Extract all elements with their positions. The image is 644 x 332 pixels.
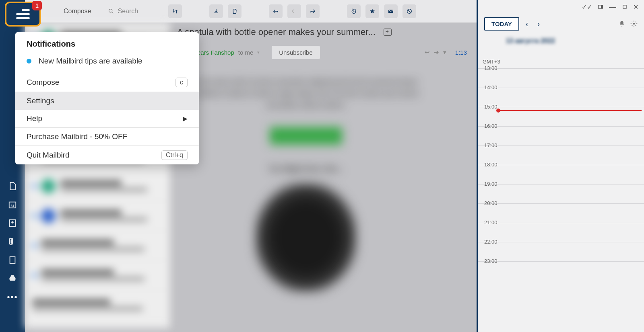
file-icon[interactable] [8, 182, 17, 191]
prev-day-button[interactable]: ‹ [523, 19, 531, 29]
calendar-date: 13 августа 2022 [478, 34, 644, 48]
forward-button[interactable] [306, 4, 320, 18]
recipient-label: to me [238, 49, 254, 56]
calendar-icon[interactable]: 31 [8, 200, 17, 209]
hour-label: 19:00 [484, 181, 497, 187]
notification-item[interactable]: New Mailbird tips are available [15, 53, 199, 73]
today-button[interactable]: TODAY [484, 17, 519, 31]
hour-label: 21:00 [484, 219, 497, 225]
calendar-hour-row[interactable]: 13:00 [478, 68, 644, 88]
contacts-icon[interactable] [8, 219, 17, 227]
svg-point-14 [633, 23, 635, 25]
snooze-button[interactable] [347, 4, 361, 18]
move-to-folder-icon[interactable] [384, 29, 392, 36]
hour-label: 13:00 [484, 65, 497, 71]
submenu-arrow-icon: ▶ [183, 115, 188, 122]
notification-text: New Mailbird tips are available [39, 57, 142, 66]
svg-point-5 [109, 9, 112, 12]
compose-button[interactable]: Compose [58, 6, 97, 16]
minimize-icon[interactable]: — [609, 3, 616, 11]
calendar-hour-row[interactable]: 14:00 [478, 88, 644, 107]
search-input[interactable]: Search [104, 5, 160, 17]
email-header: icago Bears Fanshop to me ▾ Unsubscribe … [177, 43, 467, 61]
calendar-hour-row[interactable]: 16:00 [478, 126, 644, 146]
calendar-hour-row[interactable]: 20:00 [478, 203, 644, 223]
hour-label: 15:00 [484, 104, 497, 110]
panel-toggle-icon[interactable] [598, 4, 603, 10]
calendar-hour-row[interactable]: 19:00 [478, 184, 644, 203]
close-icon[interactable]: ✕ [633, 3, 638, 11]
search-icon [108, 8, 114, 14]
more-icon[interactable]: ••• [7, 293, 18, 302]
search-placeholder: Search [118, 8, 138, 15]
email-body: Lorem ipsum dolor sit amet consectetur a… [177, 64, 435, 314]
menu-item-settings[interactable]: Settings [15, 92, 199, 110]
calendar-hour-row[interactable]: 21:00 [478, 223, 644, 242]
reply-button[interactable] [269, 4, 283, 18]
menu-item-label: Purchase Mailbird - 50% OFF [27, 132, 127, 141]
notification-dot-icon [27, 59, 31, 64]
hour-label: 20:00 [484, 200, 497, 206]
attachment-icon[interactable] [8, 237, 17, 246]
menu-item-purchase-mailbird-off[interactable]: Purchase Mailbird - 50% OFF [15, 128, 199, 146]
menu-shortcut: c [175, 78, 188, 87]
maximize-icon[interactable] [622, 4, 627, 10]
menu-item-quit-mailbird[interactable]: Quit MailbirdCtrl+q [15, 146, 199, 164]
gear-icon[interactable] [630, 20, 638, 27]
body-subheading: You Might Also Like... [268, 165, 343, 173]
hour-label: 17:00 [484, 142, 497, 148]
calendar-hour-row[interactable]: 22:00 [478, 242, 644, 261]
product-image [254, 181, 358, 294]
reply-all-button[interactable] [287, 4, 301, 18]
menu-shortcut: Ctrl+q [161, 150, 188, 160]
hamburger-button[interactable]: 1 [5, 2, 41, 27]
svg-rect-13 [623, 5, 626, 8]
svg-line-10 [408, 10, 411, 13]
calendar-header: TODAY ‹ › [478, 14, 644, 34]
calendar-grid[interactable]: 13:0014:0015:0016:0017:0018:0019:0020:00… [478, 68, 644, 332]
drive-icon[interactable] [8, 274, 17, 283]
hour-label: 23:00 [484, 258, 497, 264]
calendar-hour-row[interactable]: 23:00 [478, 261, 644, 281]
svg-text:31: 31 [10, 204, 14, 208]
chevron-down-icon[interactable]: ▾ [257, 50, 260, 55]
calendar-hour-row[interactable]: 17:00 [478, 146, 644, 165]
archive-button[interactable] [209, 4, 223, 18]
email-subject-bar: A spatula with bottle opener makes your … [177, 24, 467, 40]
email-time: 1:13 [455, 49, 467, 56]
forward-icon[interactable]: ➔ [434, 49, 439, 56]
menu-header: Notifications [15, 32, 199, 53]
mark-read-button[interactable] [384, 4, 398, 18]
sort-button[interactable] [168, 4, 182, 18]
reply-icon[interactable]: ↩ [425, 49, 430, 56]
email-subject: A spatula with bottle opener makes your … [177, 27, 376, 37]
delete-button[interactable] [228, 4, 242, 18]
hour-label: 18:00 [484, 162, 497, 168]
menu-item-help[interactable]: Help▶ [15, 110, 199, 127]
checkmark-icon[interactable]: ✓✓ [582, 3, 592, 11]
calendar-hour-row[interactable]: 18:00 [478, 165, 644, 184]
next-day-button[interactable]: › [535, 19, 543, 29]
menu-item-label: Quit Mailbird [27, 151, 70, 160]
document-icon[interactable] [8, 256, 17, 264]
hour-label: 14:00 [484, 84, 497, 90]
timezone-label: GMT+3 [483, 59, 500, 65]
svg-point-3 [11, 221, 14, 223]
menu-item-label: Help [27, 114, 42, 123]
unsubscribe-button[interactable]: Unsubscribe [272, 46, 320, 59]
svg-line-6 [112, 12, 113, 13]
current-time-dot [496, 109, 500, 113]
more-actions-icon[interactable]: ▾ [443, 49, 446, 56]
star-button[interactable] [365, 4, 379, 18]
hour-label: 16:00 [484, 123, 497, 129]
notification-badge: 1 [32, 1, 42, 10]
cta-button[interactable] [270, 127, 342, 145]
spam-button[interactable] [402, 4, 416, 18]
svg-rect-12 [601, 5, 603, 8]
menu-item-label: Settings [27, 96, 54, 105]
menu-item-label: Compose [27, 78, 59, 87]
calendar-panel: ✓✓ — ✕ TODAY ‹ › 13 августа 2022 GMT+3 1… [477, 0, 644, 332]
menu-item-compose[interactable]: Composec [15, 73, 199, 92]
bell-icon[interactable] [618, 20, 625, 27]
hour-label: 22:00 [484, 239, 497, 245]
